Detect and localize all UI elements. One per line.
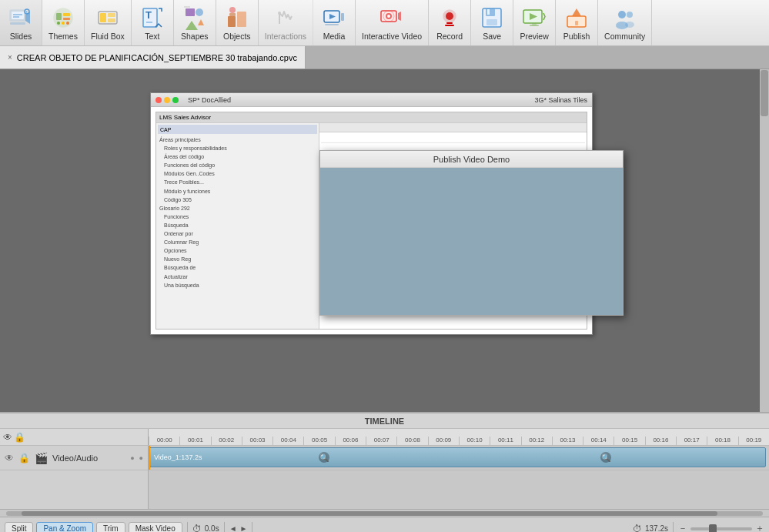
save-icon xyxy=(480,5,504,30)
ruler-tick: 00:05 xyxy=(303,437,334,445)
time-display: 0.0s xyxy=(205,524,219,532)
ruler-tick: 00:00 xyxy=(149,437,179,445)
toolbar-item-themes[interactable]: Themes xyxy=(42,0,85,45)
timeline-header: TIMELINE xyxy=(0,413,769,429)
ruler-tick: 00:09 xyxy=(428,437,459,445)
svg-rect-26 xyxy=(229,13,236,16)
video-track-row: Video_1:137.2s 🔍 🔍 xyxy=(149,446,769,470)
community-icon xyxy=(613,5,637,30)
timeline-ruler-row: 👁 🔒 00:0000:0100:0200:0300:0400:0500:060… xyxy=(0,429,769,446)
arrow-right-btn[interactable]: ► xyxy=(240,524,248,532)
bottom-sep-2 xyxy=(224,522,225,533)
inner-title: LMS Sales Advisor xyxy=(159,114,211,121)
svg-point-10 xyxy=(57,22,60,25)
list-item: Glosario 292 xyxy=(158,204,317,212)
interactions-icon xyxy=(273,5,298,30)
window-close-btn[interactable] xyxy=(155,97,162,103)
ruler-tick: 00:03 xyxy=(242,437,272,445)
svg-marker-22 xyxy=(186,21,198,30)
popup-window: Publish Video Demo xyxy=(319,150,624,316)
ruler-tick: 00:15 xyxy=(614,437,644,445)
toolbar-item-record[interactable]: Record xyxy=(429,0,471,45)
window-max-btn[interactable] xyxy=(172,97,179,103)
list-item: Una búsqueda xyxy=(158,281,317,289)
zoom-out-btn[interactable]: － xyxy=(678,522,687,532)
list-item: Áreas principales xyxy=(158,136,317,144)
toolbar-item-publish[interactable]: Publish xyxy=(556,0,598,45)
list-item: Búsqueda xyxy=(158,221,317,229)
toolbar-item-save[interactable]: Save xyxy=(471,0,513,45)
popup-titlebar: Publish Video Demo xyxy=(320,151,623,168)
list-item: Módulo y funciones xyxy=(158,187,317,196)
inner-titlebar: LMS Sales Advisor xyxy=(156,112,587,123)
ruler-tick: 00:17 xyxy=(676,437,707,445)
ruler-tick: 00:16 xyxy=(645,437,676,445)
svg-point-28 xyxy=(278,12,281,15)
active-tab[interactable]: × CREAR OBJETO DE PLANIFICACIÓN_SEPTIEMB… xyxy=(0,46,306,69)
track-eye-icon[interactable]: 👁 xyxy=(5,453,14,463)
themes-label: Themes xyxy=(48,32,78,41)
playhead xyxy=(149,446,150,470)
video-clip[interactable]: Video_1:137.2s 🔍 🔍 xyxy=(149,447,766,467)
save-label: Save xyxy=(483,32,501,41)
toolbar-item-objects[interactable]: Objects xyxy=(216,0,259,45)
tl-eye-icon: 👁 xyxy=(3,432,12,443)
slides-label: Slides xyxy=(10,32,32,41)
left-panel-header: CAP xyxy=(158,125,317,134)
trim-button[interactable]: Trim xyxy=(96,522,125,532)
svg-point-38 xyxy=(446,12,453,20)
list-item: Actualizar xyxy=(158,273,317,281)
toolbar-item-shapes[interactable]: Shapes xyxy=(174,0,216,45)
svg-rect-15 xyxy=(108,13,115,17)
current-time: 0.0s xyxy=(205,524,219,532)
clip-name: Video_1:137.2s xyxy=(154,453,202,461)
toolbar-item-slides[interactable]: Slides xyxy=(0,0,42,45)
track-lock-icon[interactable]: 🔒 xyxy=(18,453,30,463)
zoom-in-btn[interactable]: ＋ xyxy=(755,522,764,532)
svg-marker-23 xyxy=(198,19,204,25)
window-min-btn[interactable] xyxy=(164,97,170,103)
shapes-label: Shapes xyxy=(181,32,209,41)
zoom-slider-thumb[interactable] xyxy=(709,524,717,533)
ruler-tick: 00:08 xyxy=(396,437,427,445)
bottom-sep-4 xyxy=(673,522,674,533)
zoom-in-icon[interactable]: 🔍 xyxy=(319,452,329,463)
toolbar-item-fluid-box[interactable]: Fluid Box xyxy=(85,0,132,45)
list-item: Funciones xyxy=(158,212,317,221)
mask-video-button[interactable]: Mask Video xyxy=(129,522,182,532)
arrow-left-btn[interactable]: ◄ xyxy=(229,524,237,532)
toolbar-item-community[interactable]: Community xyxy=(598,0,652,45)
list-item: Ordenar por xyxy=(158,229,317,238)
objects-label: Objects xyxy=(223,32,251,41)
scrollbar-thumb[interactable] xyxy=(761,70,768,116)
timeline-tracks: 👁 🔒 🎬 Video/Audio ● ● Video_1:137.2s 🔍 🔍 xyxy=(0,446,769,509)
zoom-out-icon[interactable]: 🔍 xyxy=(600,452,611,463)
ruler-tick: 00:18 xyxy=(707,437,737,445)
timeline-scrollbar[interactable] xyxy=(0,509,769,517)
h-scrollbar-thumb[interactable] xyxy=(22,511,717,516)
toolbar-item-text[interactable]: T Text xyxy=(132,0,174,45)
ruler-tick: 00:07 xyxy=(366,437,396,445)
toolbar-item-preview[interactable]: Preview xyxy=(513,0,556,45)
tab-close-btn[interactable]: × xyxy=(8,53,12,62)
track-content: Video_1:137.2s 🔍 🔍 xyxy=(149,446,769,509)
svg-rect-43 xyxy=(486,19,497,25)
list-item: Funciones del código xyxy=(158,161,317,169)
publish-label: Publish xyxy=(563,32,590,41)
preview-icon xyxy=(522,5,547,30)
ruler-tick: 00:11 xyxy=(490,437,520,445)
toolbar-item-interactive-video[interactable]: Interactive Video xyxy=(356,0,429,45)
svg-rect-42 xyxy=(486,8,495,16)
toolbar-item-media[interactable]: Media xyxy=(313,0,356,45)
canvas-scrollbar[interactable] xyxy=(760,69,769,412)
themes-icon xyxy=(51,5,75,30)
split-button[interactable]: Split xyxy=(5,522,33,532)
list-item: Búsqueda de xyxy=(158,263,317,272)
timeline-title: TIMELINE xyxy=(365,417,404,426)
svg-rect-16 xyxy=(108,18,115,22)
list-item: Roles y responsabilidades xyxy=(158,144,317,152)
svg-rect-4 xyxy=(10,22,25,25)
pan-zoom-button[interactable]: Pan & Zoom xyxy=(36,522,93,532)
fluid-box-label: Fluid Box xyxy=(91,32,125,41)
zoom-slider[interactable] xyxy=(690,527,752,530)
